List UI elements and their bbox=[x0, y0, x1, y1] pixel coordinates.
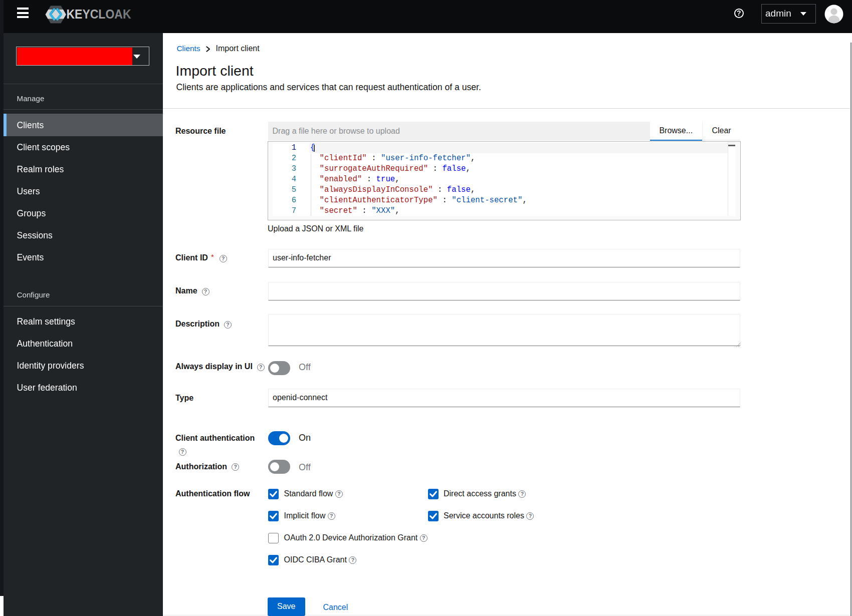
svg-text:KEYCLOAK: KEYCLOAK bbox=[67, 7, 131, 21]
